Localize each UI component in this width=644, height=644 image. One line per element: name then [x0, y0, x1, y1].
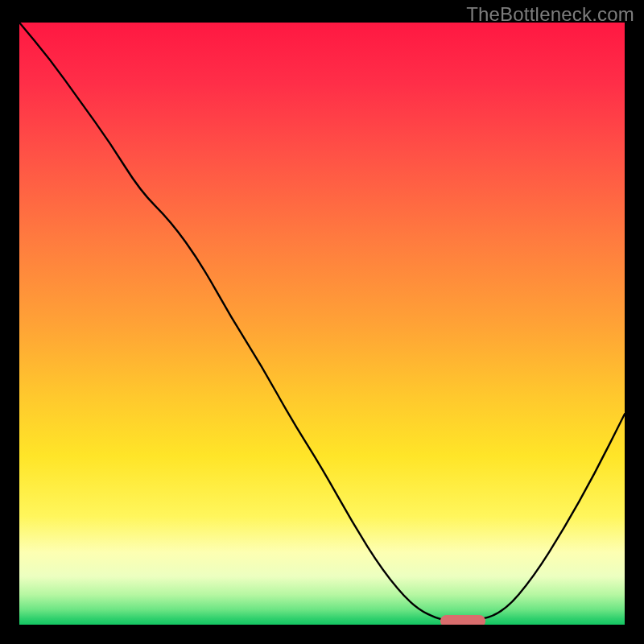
- bottleneck-curve: [19, 23, 625, 625]
- chart-frame: TheBottleneck.com: [0, 0, 644, 644]
- curve-path: [19, 23, 625, 621]
- plot-area: [19, 23, 625, 625]
- watermark-text: TheBottleneck.com: [466, 3, 634, 26]
- optimum-marker: [440, 615, 485, 625]
